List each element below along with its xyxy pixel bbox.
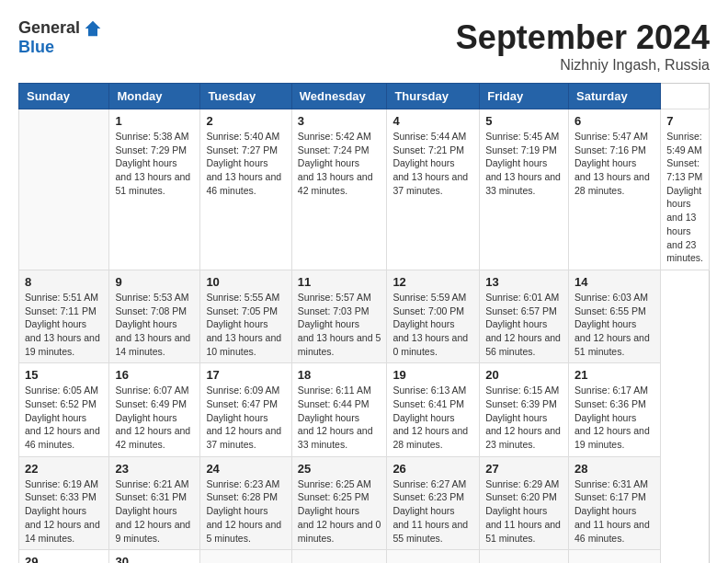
- day-number: 17: [206, 368, 285, 382]
- daylight-label: Daylight hours: [115, 505, 176, 516]
- calendar-cell: 12 Sunrise: 5:59 AM Sunset: 7:00 PM Dayl…: [387, 270, 480, 362]
- cell-content: Sunrise: 6:03 AM Sunset: 6:55 PM Dayligh…: [574, 291, 654, 358]
- daylight-label: Daylight hours: [206, 505, 267, 516]
- sunrise-label: Sunrise: 5:49 AM: [666, 131, 702, 155]
- calendar-cell: 6 Sunrise: 5:47 AM Sunset: 7:16 PM Dayli…: [569, 109, 661, 270]
- daylight-duration: and 13 hours and 14 minutes.: [115, 332, 190, 357]
- day-number: 8: [25, 275, 103, 289]
- calendar-cell: [19, 109, 109, 270]
- sunrise-label: Sunrise: 5:44 AM: [392, 131, 466, 142]
- daylight-duration: and 12 hours and 9 minutes.: [115, 519, 190, 544]
- sunrise-label: Sunrise: 6:27 AM: [392, 478, 466, 489]
- header-sunday: Sunday: [19, 84, 109, 109]
- cell-content: Sunrise: 6:17 AM Sunset: 6:36 PM Dayligh…: [574, 384, 654, 451]
- sunset-label: Sunset: 6:31 PM: [115, 491, 187, 502]
- calendar-cell: [291, 550, 387, 563]
- daylight-label: Daylight hours: [298, 318, 359, 329]
- svg-marker-0: [85, 20, 101, 36]
- sunrise-label: Sunrise: 5:59 AM: [392, 292, 466, 303]
- daylight-duration: and 13 hours and 37 minutes.: [392, 171, 468, 196]
- sunset-label: Sunset: 6:20 PM: [485, 491, 557, 502]
- cell-content: Sunrise: 5:47 AM Sunset: 7:16 PM Dayligh…: [574, 130, 654, 197]
- cell-content: Sunrise: 5:59 AM Sunset: 7:00 PM Dayligh…: [392, 291, 473, 358]
- cell-content: Sunrise: 5:57 AM Sunset: 7:03 PM Dayligh…: [298, 291, 381, 358]
- calendar-table: Sunday Monday Tuesday Wednesday Thursday…: [18, 83, 710, 563]
- sunset-label: Sunset: 6:57 PM: [485, 305, 557, 316]
- calendar-cell: 28 Sunrise: 6:31 AM Sunset: 6:17 PM Dayl…: [569, 456, 661, 549]
- cell-content: Sunrise: 6:15 AM Sunset: 6:39 PM Dayligh…: [485, 384, 563, 451]
- sunrise-label: Sunrise: 6:09 AM: [206, 385, 279, 396]
- page-header: General Blue September 2024 Nizhniy Inga…: [18, 18, 710, 74]
- daylight-label: Daylight hours: [574, 318, 636, 329]
- sunrise-label: Sunrise: 6:19 AM: [25, 478, 98, 489]
- sunset-label: Sunset: 6:52 PM: [25, 398, 97, 409]
- sunset-label: Sunset: 6:41 PM: [392, 398, 464, 409]
- daylight-label: Daylight hours: [25, 412, 86, 423]
- sunset-label: Sunset: 6:47 PM: [206, 398, 278, 409]
- day-number: 11: [298, 275, 381, 289]
- calendar-cell: [480, 550, 569, 563]
- calendar-cell: 22 Sunrise: 6:19 AM Sunset: 6:33 PM Dayl…: [19, 456, 109, 549]
- daylight-label: Daylight hours: [206, 157, 267, 168]
- day-number: 20: [485, 368, 563, 382]
- daylight-duration: and 13 hours and 46 minutes.: [206, 171, 281, 196]
- day-number: 21: [574, 368, 654, 382]
- daylight-label: Daylight hours: [115, 412, 176, 423]
- calendar-week-row: 29 Sunrise: 6:33 AM Sunset: 6:15 PM Dayl…: [19, 550, 710, 563]
- sunset-label: Sunset: 6:44 PM: [298, 398, 370, 409]
- sunset-label: Sunset: 6:33 PM: [25, 491, 97, 502]
- calendar-week-row: 1 Sunrise: 5:38 AM Sunset: 7:29 PM Dayli…: [19, 109, 710, 270]
- logo-icon: [84, 19, 102, 38]
- sunrise-label: Sunrise: 6:15 AM: [485, 385, 559, 396]
- sunset-label: Sunset: 6:49 PM: [115, 398, 187, 409]
- calendar-cell: 5 Sunrise: 5:45 AM Sunset: 7:19 PM Dayli…: [480, 109, 569, 270]
- sunrise-label: Sunrise: 6:31 AM: [574, 478, 648, 489]
- sunrise-label: Sunrise: 6:29 AM: [485, 478, 559, 489]
- sunset-label: Sunset: 7:24 PM: [298, 144, 370, 155]
- cell-content: Sunrise: 5:53 AM Sunset: 7:08 PM Dayligh…: [115, 291, 194, 358]
- sunset-label: Sunset: 7:27 PM: [206, 144, 278, 155]
- cell-content: Sunrise: 6:29 AM Sunset: 6:20 PM Dayligh…: [485, 477, 563, 545]
- day-number: 5: [485, 114, 563, 128]
- daylight-duration: and 12 hours and 37 minutes.: [206, 425, 281, 450]
- sunrise-label: Sunrise: 6:23 AM: [206, 478, 279, 489]
- sunset-label: Sunset: 7:03 PM: [298, 305, 370, 316]
- daylight-duration: and 12 hours and 42 minutes.: [115, 425, 190, 450]
- calendar-week-row: 15 Sunrise: 6:05 AM Sunset: 6:52 PM Dayl…: [19, 363, 710, 456]
- calendar-cell: 24 Sunrise: 6:23 AM Sunset: 6:28 PM Dayl…: [200, 456, 291, 549]
- header-monday: Monday: [109, 84, 200, 109]
- month-title: September 2024: [456, 18, 710, 57]
- daylight-label: Daylight hours: [298, 157, 359, 168]
- day-number: 30: [115, 555, 194, 563]
- daylight-duration: and 12 hours and 23 minutes.: [485, 425, 561, 450]
- daylight-label: Daylight hours: [392, 505, 454, 516]
- daylight-duration: and 12 hours and 14 minutes.: [25, 519, 100, 544]
- header-friday: Friday: [480, 84, 569, 109]
- calendar-week-row: 8 Sunrise: 5:51 AM Sunset: 7:11 PM Dayli…: [19, 270, 710, 362]
- day-number: 18: [298, 368, 381, 382]
- day-number: 6: [574, 114, 654, 128]
- cell-content: Sunrise: 6:23 AM Sunset: 6:28 PM Dayligh…: [206, 477, 285, 545]
- header-wednesday: Wednesday: [291, 84, 387, 109]
- sunrise-label: Sunrise: 5:47 AM: [574, 131, 648, 142]
- cell-content: Sunrise: 6:11 AM Sunset: 6:44 PM Dayligh…: [298, 384, 381, 451]
- daylight-duration: and 13 hours and 33 minutes.: [485, 171, 561, 196]
- day-number: 3: [298, 114, 381, 128]
- sunset-label: Sunset: 7:16 PM: [574, 144, 646, 155]
- sunset-label: Sunset: 6:17 PM: [574, 491, 646, 502]
- header-saturday: Saturday: [569, 84, 661, 109]
- day-number: 22: [25, 462, 103, 476]
- daylight-label: Daylight hours: [485, 412, 547, 423]
- sunset-label: Sunset: 6:23 PM: [392, 491, 464, 502]
- day-number: 29: [25, 555, 103, 563]
- calendar-cell: 18 Sunrise: 6:11 AM Sunset: 6:44 PM Dayl…: [291, 363, 387, 456]
- day-number: 4: [392, 114, 473, 128]
- calendar-cell: 21 Sunrise: 6:17 AM Sunset: 6:36 PM Dayl…: [569, 363, 661, 456]
- daylight-label: Daylight hours: [392, 318, 454, 329]
- sunset-label: Sunset: 7:13 PM: [666, 157, 702, 182]
- daylight-label: Daylight hours: [298, 505, 359, 516]
- sunrise-label: Sunrise: 6:17 AM: [574, 385, 648, 396]
- daylight-label: Daylight hours: [666, 185, 701, 210]
- sunset-label: Sunset: 6:55 PM: [574, 305, 646, 316]
- daylight-duration: and 11 hours and 51 minutes.: [485, 519, 561, 544]
